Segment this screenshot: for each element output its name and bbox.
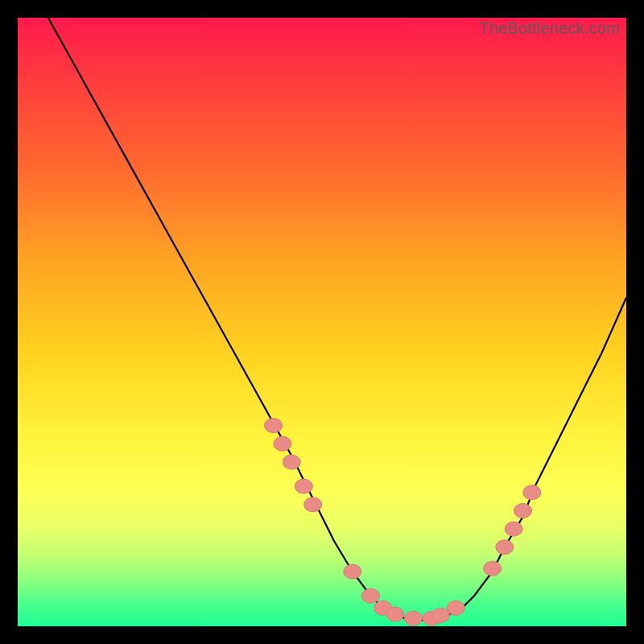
data-marker [523,485,541,500]
data-marker [386,607,404,621]
plot-area: TheBottleneck.com [18,18,626,626]
data-marker [274,436,291,451]
bottleneck-curve [48,18,626,620]
data-marker [447,601,464,615]
data-marker [304,497,322,512]
data-marker [344,564,361,579]
marker-layer [265,419,541,626]
chart-frame: TheBottleneck.com [0,0,644,644]
data-marker [283,455,300,469]
curve-svg [18,18,626,626]
data-marker [404,611,422,625]
data-marker [484,561,502,576]
data-marker [431,608,449,622]
data-marker [514,503,532,518]
data-marker [505,522,522,536]
data-marker [295,479,312,493]
data-marker [265,419,283,433]
data-marker [496,540,514,555]
data-marker [362,588,380,603]
